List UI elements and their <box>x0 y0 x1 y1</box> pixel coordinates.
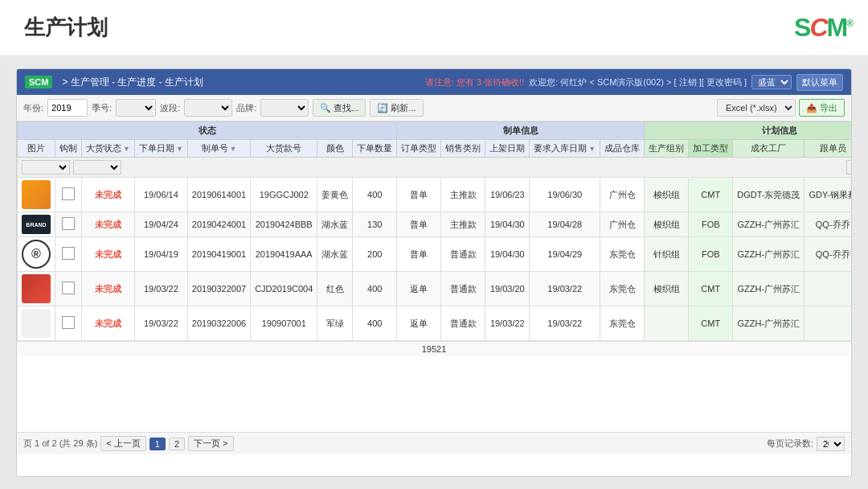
cell-salestype: 主推款 <box>441 212 485 237</box>
th-color: 颜色 <box>317 140 353 158</box>
cell-salestype: 普通款 <box>441 237 485 272</box>
cell-color: 军绿 <box>317 306 353 341</box>
toolbar-right: Excel (*.xlsx) 📤 导出 <box>717 99 845 117</box>
cell-proctype: CMT <box>689 306 733 341</box>
group-order: 制单信息 <box>397 122 645 140</box>
cell-date: 19/06/14 <box>134 178 187 212</box>
cell-proctype: CMT <box>689 272 733 306</box>
th-factory: 成衣工厂 <box>733 140 805 158</box>
table-container[interactable]: 状态 制单信息 计划信息 图片 钩制 大货状态▼ 下单日期▼ <box>17 121 851 432</box>
cell-date: 19/03/22 <box>134 306 187 341</box>
cell-orderno: 20190419001 <box>187 237 250 272</box>
cell-shelf: 19/04/30 <box>485 237 530 272</box>
cell-warehouse: 东莞仓 <box>600 272 645 306</box>
year-input[interactable] <box>47 99 88 117</box>
cell-orderno: 20190424001 <box>187 212 250 237</box>
cell-styleno: CJD2019C004 <box>251 272 317 306</box>
cell-status: 未完成 <box>82 306 135 341</box>
next-page-button[interactable]: 下一页 > <box>188 436 233 451</box>
table-row: ® 未完成 19/04/19 20190419001 20190419AAA 湖… <box>18 237 852 272</box>
filter-icon[interactable]: ▼ <box>123 145 130 153</box>
cell-proctype: FOB <box>689 212 733 237</box>
filter-status[interactable] <box>22 160 70 175</box>
cell-orderno: 20190614001 <box>187 178 250 212</box>
cell-warehouse: 广州仓 <box>600 212 645 237</box>
cell-reqdate: 19/04/28 <box>530 212 600 237</box>
row-image <box>22 180 51 209</box>
filter-dropdown[interactable]: 。 <box>846 160 851 175</box>
cell-proctype: FOB <box>689 237 733 272</box>
cell-prodgroup <box>645 306 689 341</box>
cell-ordertype: 普单 <box>397 178 441 212</box>
cell-prodgroup: 梭织组 <box>645 272 689 306</box>
cell-ordertype: 普单 <box>397 212 441 237</box>
row-image <box>22 309 51 338</box>
data-table: 状态 制单信息 计划信息 图片 钩制 大货状态▼ 下单日期▼ <box>17 121 851 341</box>
th-styleno: 大货款号 <box>251 140 317 158</box>
cell-follower: QQ-乔乔 <box>805 212 851 237</box>
pagination-right: 每页记录数: 20 50 100 <box>767 437 845 451</box>
cell-prodgroup: 梭织组 <box>645 212 689 237</box>
lang-select[interactable]: 盛蓝 <box>751 75 792 89</box>
cell-checkbox[interactable] <box>55 237 82 272</box>
cell-checkbox[interactable] <box>55 178 82 212</box>
quarter-select[interactable] <box>116 99 156 117</box>
row-image: ® <box>22 240 51 269</box>
cell-date: 19/04/24 <box>134 212 187 237</box>
cell-reqdate: 19/06/30 <box>530 178 600 212</box>
search-button[interactable]: 🔍 查找... <box>313 99 366 117</box>
row-checkbox[interactable] <box>62 316 75 329</box>
cell-warehouse: 东莞仓 <box>600 306 645 341</box>
cell-ordertype: 普单 <box>397 237 441 272</box>
cell-factory: GZZH-广州苏汇 <box>733 237 805 272</box>
refresh-button[interactable]: 🔄 刷新... <box>370 99 423 117</box>
th-follower: 跟单员 <box>805 140 851 158</box>
cell-factory: GZZH-广州苏汇 <box>733 212 805 237</box>
records-select[interactable]: 20 50 100 <box>817 437 845 451</box>
row-checkbox[interactable] <box>62 217 75 230</box>
cell-reqdate: 19/03/22 <box>530 272 600 306</box>
filter-icon[interactable]: ▼ <box>230 145 237 153</box>
cell-qty: 400 <box>353 306 397 341</box>
footer-total: 19521 <box>17 341 851 356</box>
table-row: 未完成 19/03/22 20190322006 190907001 军绿 40… <box>18 306 852 341</box>
filter-icon[interactable]: ▼ <box>176 145 183 153</box>
cell-orderno: 20190322007 <box>187 272 250 306</box>
page2-button[interactable]: 2 <box>169 438 185 450</box>
cell-factory: DGDT-东莞德茂 <box>733 178 805 212</box>
table-row: 未完成 19/06/14 20190614001 19GGCJ002 姜黄色 4… <box>18 178 852 212</box>
cell-checkbox[interactable] <box>55 272 82 306</box>
wave-select[interactable] <box>184 99 232 117</box>
cell-checkbox[interactable] <box>55 212 82 237</box>
nav-right: 请注意: 您有 3 张待确收!! 欢迎您: 何红炉 < SCM演示版(002) … <box>425 74 843 91</box>
export-button[interactable]: 📤 导出 <box>799 99 845 117</box>
row-checkbox[interactable] <box>62 187 75 200</box>
th-date: 下单日期▼ <box>134 140 187 158</box>
menu-button[interactable]: 默认菜单 <box>796 74 843 91</box>
cell-shelf: 19/03/22 <box>485 306 530 341</box>
cell-color: 姜黄色 <box>317 178 353 212</box>
cell-orderno: 20190322006 <box>187 306 250 341</box>
brand-select[interactable] <box>260 99 309 117</box>
main-content: SCM > 生产管理 - 生产进度 - 生产计划 请注意: 您有 3 张待确收!… <box>0 56 868 489</box>
group-status: 状态 <box>18 122 397 140</box>
search-icon: 🔍 <box>320 103 331 113</box>
row-checkbox[interactable] <box>62 281 75 294</box>
th-status: 大货状态▼ <box>82 140 135 158</box>
table-row: BRAND 未完成 19/04/24 20190424001 20190424B… <box>18 212 852 237</box>
scm-logo: SCM® <box>794 13 852 43</box>
page1-button[interactable]: 1 <box>149 438 166 450</box>
row-checkbox[interactable] <box>62 247 75 260</box>
cell-status: 未完成 <box>82 237 135 272</box>
logo-text: SCM® <box>794 13 852 43</box>
th-warehouse: 成品仓库 <box>600 140 645 158</box>
cell-reqdate: 19/04/29 <box>530 237 600 272</box>
prev-page-button[interactable]: < 上一页 <box>100 436 145 451</box>
group-plan: 计划信息 <box>645 122 851 140</box>
cell-warehouse: 广州仓 <box>600 178 645 212</box>
cell-shelf: 19/06/23 <box>485 178 530 212</box>
cell-checkbox[interactable] <box>55 306 82 341</box>
filter-date[interactable] <box>73 160 121 175</box>
excel-select[interactable]: Excel (*.xlsx) <box>717 99 796 117</box>
filter-icon[interactable]: ▼ <box>588 145 596 153</box>
